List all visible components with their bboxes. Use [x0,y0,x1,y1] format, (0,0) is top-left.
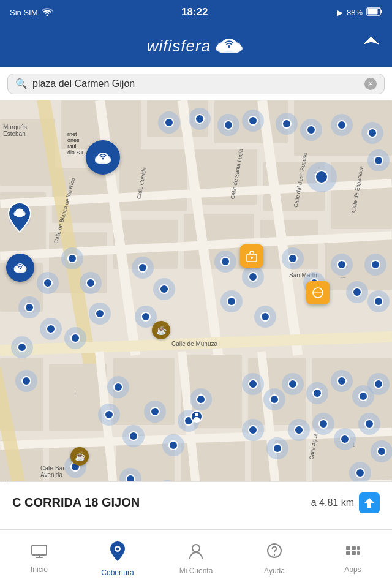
svg-point-22 [195,413,198,417]
wifi-marker[interactable] [242,110,264,132]
map-arrow-1: ↓ [74,388,77,396]
tab-cobertura[interactable]: Cobertura [78,541,157,577]
wifi-marker[interactable] [89,303,111,325]
wifi-marker[interactable] [37,272,59,294]
svg-point-17 [20,268,21,270]
wifi-marker[interactable] [242,266,264,288]
navigation-arrow-button[interactable] [359,492,380,513]
user-location-marker [190,410,203,426]
wifi-marker[interactable] [132,257,154,279]
wifi-marker[interactable] [361,122,383,144]
distance-text: a 4.81 km [311,497,354,508]
wifi-marker[interactable] [189,108,211,130]
svg-rect-40 [357,551,360,555]
wifi-marker[interactable] [346,281,368,303]
svg-rect-37 [357,546,360,550]
special-wifi-marker[interactable] [86,140,120,175]
battery-percent: 88% [347,8,363,17]
wifi-marker[interactable] [254,306,276,328]
wifi-marker[interactable] [217,114,239,136]
wifi-marker[interactable] [368,290,390,312]
wifi-marker[interactable] [288,419,310,441]
coffee-poi[interactable]: ☕ [152,321,170,339]
wifi-marker[interactable] [368,149,390,172]
wifi-marker[interactable] [334,428,356,450]
tab-ayuda[interactable]: Ayuda [235,543,314,575]
wifi-marker[interactable] [11,336,33,358]
wifi-marker[interactable] [371,440,392,462]
wifi-marker[interactable] [266,437,288,459]
svg-point-12 [102,158,104,160]
carrier-label: Sin SIM [10,8,38,17]
map-area[interactable]: MarquésEsteban rnetonesMuldia S.L. Calle… [0,100,392,523]
wifi-marker[interactable] [364,254,386,276]
svg-rect-1 [381,10,382,13]
status-left: Sin SIM [10,7,53,18]
wifi-marker[interactable] [98,404,120,426]
tab-mi-cuenta[interactable]: Mi Cuenta [157,543,235,575]
wifi-marker[interactable] [306,382,328,404]
wifi-marker[interactable] [15,370,37,392]
svg-point-34 [274,554,275,556]
battery-icon [366,7,382,18]
tab-inicio-label: Inicio [31,565,48,574]
wifi-marker[interactable] [282,247,304,270]
grid-icon [345,544,361,563]
wifi-icon [42,7,53,18]
wifi-marker[interactable] [214,251,236,273]
tab-apps[interactable]: Apps [314,544,392,574]
wifi-marker[interactable] [162,434,184,456]
special-wifi-marker[interactable] [6,254,34,282]
search-clear-button[interactable]: ✕ [364,78,377,90]
wifi-marker-large[interactable] [306,162,337,192]
svg-rect-39 [352,551,356,555]
wifi-marker[interactable] [331,114,353,136]
logo-icon [213,35,245,58]
search-icon: 🔍 [15,78,28,89]
wifi-marker[interactable] [18,296,40,318]
wifi-marker[interactable] [107,376,129,398]
wifi-marker[interactable] [349,462,371,484]
wifi-marker[interactable] [61,247,83,270]
wifi-marker[interactable] [64,327,86,349]
wifi-marker[interactable] [80,272,102,294]
tab-mi-cuenta-label: Mi Cuenta [179,567,213,575]
wifi-marker[interactable] [282,373,304,395]
yellow-marker-basket[interactable] [306,281,330,304]
wifi-marker[interactable] [368,373,390,395]
svg-point-6 [221,39,237,51]
wifi-marker[interactable] [40,318,62,340]
cobertura-pin-icon [110,541,126,566]
yellow-marker[interactable] [240,244,263,268]
search-container[interactable]: 🔍 ✕ [7,74,385,94]
wifi-marker[interactable] [358,413,380,435]
person-icon [188,543,204,564]
wifi-marker[interactable] [221,290,243,312]
tab-apps-label: Apps [344,565,361,574]
wifi-marker[interactable] [331,254,353,276]
wifi-marker[interactable] [158,111,180,134]
logo-text: wifisfera [147,37,211,56]
place-label-internet: rnetonesMuldia S.L. [67,131,86,156]
wifi-marker[interactable] [144,401,166,423]
tab-inicio[interactable]: Inicio [0,544,78,574]
wifi-marker[interactable] [242,373,264,395]
search-input[interactable] [32,78,364,89]
location-pin [6,202,34,238]
wifi-marker[interactable] [190,388,212,410]
wifi-marker[interactable] [153,278,175,300]
monitor-icon [31,544,48,563]
location-banner[interactable]: C CORRIDA 18 GIJON a 4.81 km [0,481,392,523]
wifi-marker[interactable] [276,113,298,135]
tab-ayuda-label: Ayuda [264,567,285,575]
wifi-marker[interactable] [312,413,334,435]
wifi-marker[interactable] [123,425,145,447]
location-name: C CORRIDA 18 GIJON [12,496,140,510]
wifi-marker[interactable] [331,370,353,392]
svg-rect-38 [346,551,350,555]
navigation-button[interactable] [363,36,380,56]
wifi-marker[interactable] [242,419,264,441]
coffee-poi[interactable]: ☕ [70,447,89,466]
svg-point-19 [251,257,253,259]
wifi-marker[interactable] [300,119,322,141]
